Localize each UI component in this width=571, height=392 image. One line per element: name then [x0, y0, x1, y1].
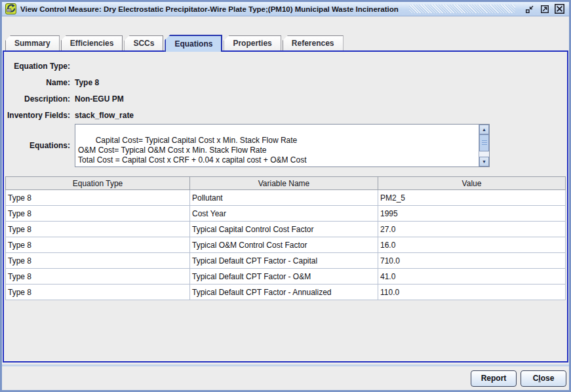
- table-cell[interactable]: 1995: [378, 206, 566, 222]
- column-header-equation-type[interactable]: Equation Type: [6, 177, 190, 190]
- table-cell[interactable]: Type 8: [6, 269, 190, 284]
- tab-strip: SummaryEfficienciesSCCsEquationsProperti…: [3, 35, 344, 52]
- equations-scrollbar[interactable]: ▲ ▼: [479, 125, 489, 167]
- column-header-value[interactable]: Value: [378, 177, 566, 190]
- description-label: Description:: [5, 94, 70, 104]
- table-cell[interactable]: Pollutant: [190, 190, 378, 206]
- table-row[interactable]: Type 8Typical Default CPT Factor - Capit…: [6, 253, 566, 269]
- scroll-down-icon[interactable]: ▼: [479, 157, 489, 167]
- table-cell[interactable]: Typical Default CPT Factor - Capital: [190, 253, 378, 269]
- table-header-row: Equation TypeVariable NameValue: [6, 177, 566, 190]
- equation-variables-table: Equation TypeVariable NameValue Type 8Po…: [5, 176, 566, 300]
- table-cell[interactable]: Type 8: [6, 206, 190, 222]
- equations-tab-panel: Equation Type: Name: Type 8 Description:…: [3, 50, 568, 363]
- table-cell[interactable]: Typical Default CPT Factor - Annualized: [190, 284, 378, 300]
- table-cell[interactable]: 41.0: [378, 269, 566, 284]
- scrollbar-track[interactable]: [479, 151, 489, 157]
- maximize-icon[interactable]: [540, 4, 549, 14]
- table-cell[interactable]: PM2_5: [378, 190, 566, 206]
- table-cell[interactable]: Type 8: [6, 222, 190, 237]
- column-header-variable-name[interactable]: Variable Name: [190, 177, 378, 190]
- tab-properties[interactable]: Properties: [224, 35, 281, 50]
- table-cell[interactable]: Typical O&M Control Cost Factor: [190, 237, 378, 253]
- equation-type-label: Equation Type:: [5, 62, 70, 71]
- equations-label: Equations:: [5, 124, 70, 167]
- table-row[interactable]: Type 8Typical O&M Control Cost Factor16.…: [6, 237, 566, 253]
- table-cell[interactable]: Typical Capital Control Cost Factor: [190, 222, 378, 237]
- close-button[interactable]: Close: [521, 370, 566, 387]
- window-title: View Control Measure: Dry Electrostatic …: [20, 5, 399, 13]
- field-row-description: Description: Non-EGU PM: [5, 90, 566, 107]
- tab-efficiencies[interactable]: Efficiencies: [61, 35, 123, 50]
- description-value: Non-EGU PM: [75, 94, 124, 104]
- table-row[interactable]: Type 8Typical Default CPT Factor - O&M41…: [6, 269, 566, 284]
- table-row[interactable]: Type 8Typical Capital Control Cost Facto…: [6, 222, 566, 237]
- table-cell[interactable]: Typical Default CPT Factor - O&M: [190, 269, 378, 284]
- tab-sccs[interactable]: SCCs: [124, 35, 163, 50]
- table-row[interactable]: Type 8PollutantPM2_5: [6, 190, 566, 206]
- field-row-inventory-fields: Inventory Fields: stack_flow_rate: [5, 107, 566, 123]
- inventory-fields-label: Inventory Fields:: [5, 111, 70, 120]
- button-panel: Report Close: [2, 366, 569, 390]
- table-cell[interactable]: Cost Year: [190, 206, 378, 222]
- name-value: Type 8: [75, 78, 99, 87]
- equations-text: Capital Cost= Typical Capital Cost x Min…: [78, 136, 306, 165]
- scroll-up-icon[interactable]: ▲: [479, 125, 489, 134]
- name-label: Name:: [5, 78, 70, 87]
- titlebar[interactable]: View Control Measure: Dry Electrostatic …: [2, 2, 569, 16]
- equations-textarea[interactable]: Capital Cost= Typical Capital Cost x Min…: [75, 124, 490, 167]
- table-cell[interactable]: 27.0: [378, 222, 566, 237]
- tab-references[interactable]: References: [283, 35, 344, 50]
- field-row-equation-type: Equation Type:: [5, 58, 566, 74]
- table-cell[interactable]: Type 8: [6, 253, 190, 269]
- close-button-label: Close: [533, 374, 555, 383]
- report-button-label: Report: [481, 374, 507, 383]
- tab-summary[interactable]: Summary: [5, 35, 60, 50]
- scrollbar-thumb[interactable]: [479, 134, 489, 151]
- report-button[interactable]: Report: [471, 370, 517, 387]
- table-cell[interactable]: 16.0: [378, 237, 566, 253]
- table-cell[interactable]: 710.0: [378, 253, 566, 269]
- field-row-name: Name: Type 8: [5, 74, 566, 90]
- thumb-ridges: [482, 140, 487, 146]
- window-controls: [524, 4, 566, 14]
- app-icon: [5, 3, 16, 14]
- table-row[interactable]: Type 8Typical Default CPT Factor - Annua…: [6, 284, 566, 300]
- tab-equations[interactable]: Equations: [165, 35, 222, 52]
- table-cell[interactable]: 110.0: [378, 284, 566, 300]
- table-row[interactable]: Type 8Cost Year1995: [6, 206, 566, 222]
- table-cell[interactable]: Type 8: [6, 284, 190, 300]
- table-cell[interactable]: Type 8: [6, 237, 190, 253]
- view-control-measure-window: View Control Measure: Dry Electrostatic …: [0, 0, 571, 392]
- titlebar-texture: [409, 5, 515, 13]
- inventory-fields-value: stack_flow_rate: [75, 111, 134, 120]
- table-cell[interactable]: Type 8: [6, 190, 190, 206]
- minimize-icon[interactable]: [524, 4, 534, 14]
- equations-row: Equations: Capital Cost= Typical Capital…: [5, 124, 566, 167]
- close-window-icon[interactable]: [555, 4, 564, 14]
